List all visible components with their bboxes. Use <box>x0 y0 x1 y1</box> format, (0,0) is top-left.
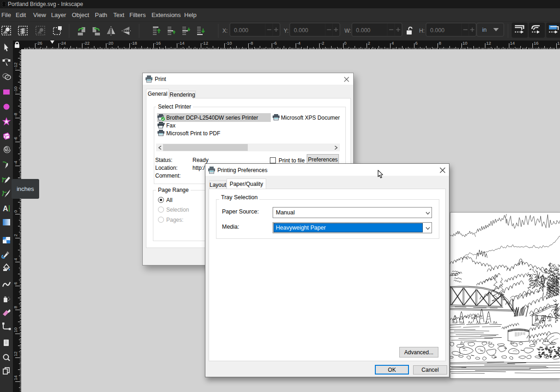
svg-text:-24: -24 <box>60 40 66 46</box>
svg-text:-6: -6 <box>13 137 18 140</box>
svg-text:8: 8 <box>439 40 441 46</box>
svg-text:0.000: 0.000 <box>294 27 308 34</box>
svg-text:-8: -8 <box>13 113 18 116</box>
svg-text:-14: -14 <box>178 40 185 46</box>
svg-text:-12: -12 <box>13 63 18 69</box>
svg-text:-16: -16 <box>154 40 161 46</box>
svg-text:-10: -10 <box>13 86 18 93</box>
svg-text:14: 14 <box>13 375 18 380</box>
svg-text:X:: X: <box>222 28 228 34</box>
svg-text:-22: -22 <box>83 40 90 46</box>
svg-text:-4: -4 <box>13 161 18 164</box>
svg-text:-10: -10 <box>226 40 232 46</box>
svg-text:6: 6 <box>13 282 18 284</box>
svg-text:-12: -12 <box>202 40 208 46</box>
svg-text:Y:: Y: <box>284 28 289 34</box>
svg-text:12: 12 <box>486 40 491 46</box>
svg-text:0.000: 0.000 <box>234 27 248 34</box>
svg-text:4: 4 <box>391 40 394 46</box>
svg-text:A: A <box>3 205 8 213</box>
svg-text:6: 6 <box>415 40 417 46</box>
svg-text:-8: -8 <box>249 40 253 46</box>
svg-text:2: 2 <box>13 234 18 236</box>
svg-text:-20: -20 <box>107 40 113 46</box>
svg-text:-18: -18 <box>131 40 137 46</box>
svg-text:-26: -26 <box>36 40 42 46</box>
svg-text:8: 8 <box>13 306 18 308</box>
svg-text:0.000: 0.000 <box>430 27 444 34</box>
svg-text:H:: H: <box>419 28 425 34</box>
svg-text:in: in <box>482 27 487 33</box>
svg-text:-6: -6 <box>273 40 277 46</box>
svg-text:-4: -4 <box>297 40 300 46</box>
svg-text:4: 4 <box>13 258 18 260</box>
svg-text:10: 10 <box>13 328 18 333</box>
svg-text:W:: W: <box>344 28 351 34</box>
svg-text:18: 18 <box>557 40 560 46</box>
svg-text:-2: -2 <box>321 40 324 46</box>
svg-text:16: 16 <box>534 40 539 46</box>
svg-text:0.000: 0.000 <box>356 27 370 34</box>
svg-text:14: 14 <box>510 40 515 46</box>
svg-text:12: 12 <box>13 352 18 357</box>
svg-text:10: 10 <box>462 40 467 46</box>
svg-text:0: 0 <box>13 210 18 213</box>
svg-text:0: 0 <box>344 40 346 46</box>
svg-text:2: 2 <box>368 40 370 46</box>
